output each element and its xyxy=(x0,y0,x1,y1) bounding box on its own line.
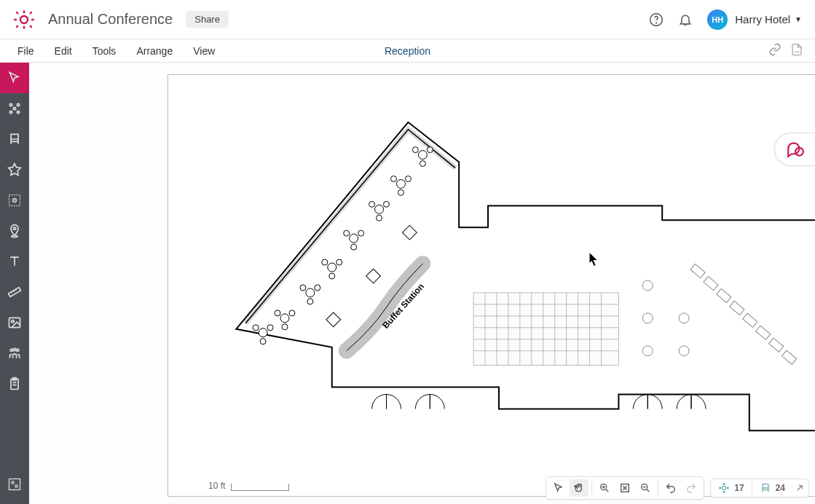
menu-edit[interactable]: Edit xyxy=(44,45,82,57)
tool-location[interactable] xyxy=(0,216,29,246)
table-count: 17 xyxy=(714,482,748,494)
svg-point-10 xyxy=(656,22,657,23)
chat-tab-button[interactable] xyxy=(774,133,815,166)
svg-point-61 xyxy=(280,314,289,323)
topbar: Annual Conference Share HH Harry Hotel ▼ xyxy=(0,0,815,39)
svg-point-91 xyxy=(642,346,653,356)
svg-point-15 xyxy=(17,111,19,113)
svg-point-27 xyxy=(10,349,12,351)
svg-point-115 xyxy=(728,487,729,489)
svg-point-66 xyxy=(253,325,259,331)
menu-file[interactable]: File xyxy=(7,45,44,57)
svg-point-58 xyxy=(300,285,306,291)
svg-point-26 xyxy=(12,320,14,323)
svg-point-19 xyxy=(13,227,15,229)
svg-point-50 xyxy=(344,230,350,236)
svg-line-8 xyxy=(16,25,18,28)
menu-view[interactable]: View xyxy=(183,45,225,57)
help-icon[interactable] xyxy=(649,12,664,27)
svg-point-89 xyxy=(642,280,653,291)
tool-people[interactable] xyxy=(0,338,29,369)
menubar: File Edit Tools Arrange View Reception P… xyxy=(0,39,815,63)
room-outline xyxy=(236,122,815,431)
svg-point-0 xyxy=(20,16,28,23)
link-icon[interactable] xyxy=(768,43,781,58)
svg-point-14 xyxy=(9,111,12,113)
undo-button[interactable] xyxy=(661,479,680,497)
svg-point-29 xyxy=(13,348,15,350)
user-menu-caret-icon[interactable]: ▼ xyxy=(795,15,802,23)
scale-indicator: 10 ft xyxy=(208,481,289,491)
zoom-fit-button[interactable] xyxy=(615,479,634,497)
scale-text: 10 ft xyxy=(208,481,225,491)
tool-select[interactable] xyxy=(0,63,29,93)
svg-point-46 xyxy=(369,201,375,207)
svg-line-104 xyxy=(606,489,608,492)
chair-count-value: 24 xyxy=(776,483,785,493)
svg-point-40 xyxy=(420,161,425,167)
svg-point-35 xyxy=(12,481,14,484)
notifications-icon[interactable] xyxy=(678,12,693,27)
expand-panel-icon[interactable] xyxy=(794,482,806,494)
counts-group: 17 24 xyxy=(710,479,809,497)
svg-point-47 xyxy=(384,201,390,207)
tool-selection-box[interactable] xyxy=(0,185,29,216)
svg-point-28 xyxy=(17,349,19,351)
svg-point-41 xyxy=(396,180,405,189)
svg-point-65 xyxy=(259,328,267,337)
svg-point-59 xyxy=(315,285,320,291)
svg-rect-21 xyxy=(9,288,21,297)
tool-measure[interactable] xyxy=(0,277,29,307)
share-button[interactable]: Share xyxy=(186,11,229,28)
svg-point-67 xyxy=(267,325,273,331)
svg-point-36 xyxy=(15,485,17,487)
pdf-export-icon[interactable]: PDF xyxy=(790,43,803,58)
user-avatar[interactable]: HH xyxy=(707,9,728,30)
table-count-icon xyxy=(718,482,730,494)
svg-point-93 xyxy=(679,346,689,356)
zoom-in-button[interactable] xyxy=(595,479,614,497)
tool-image[interactable] xyxy=(0,307,29,338)
svg-point-38 xyxy=(412,147,418,153)
floorplan-frame: Buffet Station xyxy=(168,74,815,497)
svg-point-111 xyxy=(723,486,726,489)
svg-point-54 xyxy=(322,259,328,265)
svg-line-6 xyxy=(30,25,32,28)
tool-settings[interactable] xyxy=(0,469,29,500)
document-title: Annual Conference xyxy=(48,11,173,28)
dance-floor-grid xyxy=(473,293,618,366)
tool-clipboard[interactable] xyxy=(0,369,29,399)
chair-count: 24 xyxy=(755,482,790,494)
svg-rect-34 xyxy=(9,479,20,490)
redo-button[interactable] xyxy=(682,479,701,497)
svg-point-55 xyxy=(336,259,342,265)
svg-point-44 xyxy=(398,189,403,195)
svg-point-45 xyxy=(375,205,384,213)
canvas-area[interactable]: Buffet Station xyxy=(29,63,815,504)
svg-text:PDF: PDF xyxy=(794,51,800,54)
tool-text[interactable] xyxy=(0,246,29,277)
tool-chair[interactable] xyxy=(0,124,29,154)
pointer-mode-button[interactable] xyxy=(549,479,568,497)
pan-mode-button[interactable] xyxy=(570,479,588,497)
page-center-label: Reception xyxy=(385,45,430,57)
svg-point-68 xyxy=(260,339,266,344)
table-count-value: 17 xyxy=(734,483,744,493)
menu-tools[interactable]: Tools xyxy=(82,45,127,57)
svg-point-64 xyxy=(282,324,288,330)
tool-nodes[interactable] xyxy=(0,93,29,124)
menu-arrange[interactable]: Arrange xyxy=(126,45,183,57)
tool-star[interactable] xyxy=(0,154,29,185)
svg-point-18 xyxy=(13,199,17,202)
floorplan-svg: Buffet Station xyxy=(168,75,815,496)
app-logo-icon xyxy=(13,9,35,31)
svg-point-12 xyxy=(9,103,12,106)
zoom-out-button[interactable] xyxy=(636,479,655,497)
svg-point-13 xyxy=(17,103,19,106)
svg-rect-72 xyxy=(473,293,618,366)
navigation-control-group xyxy=(546,476,704,500)
svg-point-62 xyxy=(275,310,280,316)
svg-point-16 xyxy=(13,107,15,109)
username-label[interactable]: Harry Hotel xyxy=(735,13,790,25)
svg-line-5 xyxy=(16,12,18,14)
